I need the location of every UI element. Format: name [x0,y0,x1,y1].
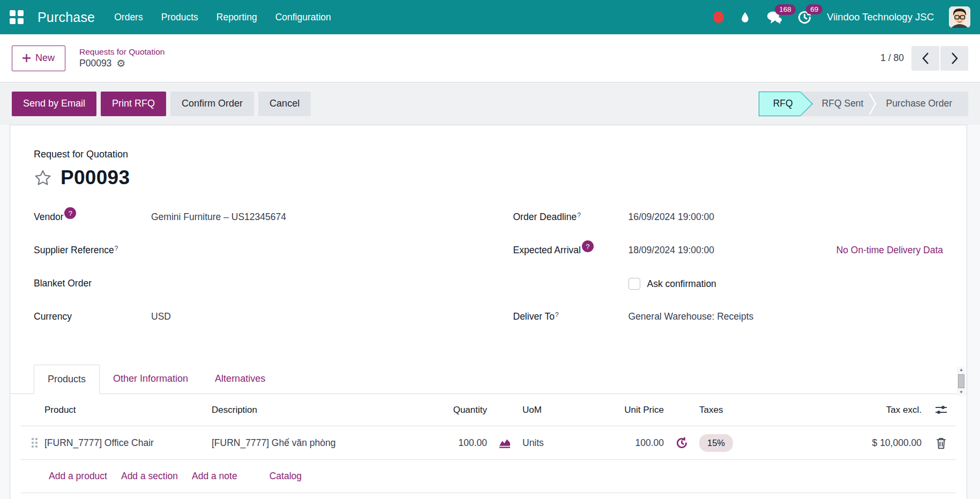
menu-orders[interactable]: Orders [114,12,143,23]
main-menu: Orders Products Reporting Configuration [114,12,331,23]
pager-value: 1 / 80 [880,52,904,64]
col-header-description: Description [207,405,384,415]
vendor-value[interactable]: Gemini Furniture – US12345674 [151,211,286,223]
table-header-row: Product Description Quantity UoM Unit Pr… [21,394,956,426]
form-sheet: Request for Quotation P00093 Vendor ? [10,125,967,499]
pager-previous-button[interactable] [911,46,939,71]
table-footer-row: Add a product Add a section Add a note C… [21,460,956,493]
supplier-reference-label: Supplier Reference? [34,245,151,256]
vertical-scrollbar[interactable]: ▲ ▼ [957,367,966,396]
user-avatar[interactable] [949,6,970,28]
on-time-delivery-link[interactable]: No On-time Delivery Data [836,245,943,256]
ask-confirmation-label: Ask confirmation [647,278,716,290]
price-history-icon[interactable] [676,437,688,449]
blanket-order-label: Blanket Order [34,278,151,289]
tab-alternatives[interactable]: Alternatives [201,365,279,394]
plus-icon [23,54,31,62]
scroll-up-icon[interactable]: ▲ [959,368,963,372]
currency-label: Currency [34,311,151,322]
new-button[interactable]: New [12,46,65,71]
drag-handle[interactable] [32,438,36,448]
breadcrumb-current: P00093 [79,58,111,69]
help-question-mark[interactable]: ? [577,211,581,219]
col-header-taxes: Taxes [695,405,802,415]
currency-value[interactable]: USD [151,311,171,322]
top-navbar: Purchase Orders Products Reporting Confi… [0,0,980,34]
cell-uom[interactable]: Units [518,437,593,449]
purchase-app-window: Purchase Orders Products Reporting Confi… [0,0,980,499]
cell-subtotal: $ 10,000.00 [802,437,926,449]
cell-quantity[interactable]: 100.00 [384,437,491,449]
expected-arrival-label: Expected Arrival ? [513,245,629,256]
control-panel: New Requests for Quotation P00093 ⚙ 1 / … [0,34,980,82]
record-title: P00093 [61,167,130,189]
col-header-subtotal: Tax excl. [802,405,926,415]
status-step-separator [869,92,877,116]
expected-arrival-help-icon[interactable]: ? [582,240,594,252]
breadcrumb-parent-link[interactable]: Requests for Quotation [79,47,164,57]
send-by-email-button[interactable]: Send by Email [12,92,96,116]
help-question-mark[interactable]: ? [555,311,559,319]
chevron-left-icon [922,52,930,65]
vendor-help-icon[interactable]: ? [64,207,76,219]
notebook-tabbar: Products Other Information Alternatives … [10,365,967,394]
chevron-right-icon [951,52,959,65]
tab-other-information[interactable]: Other Information [100,365,201,394]
scrollbar-thumb[interactable] [958,374,964,388]
apps-menu-icon[interactable] [10,10,24,24]
order-deadline-value[interactable]: 16/09/2024 19:00:00 [629,211,715,223]
user-menu[interactable]: Viindoo Technology JSC [827,11,934,23]
delete-row-icon[interactable] [936,437,947,449]
order-lines-table: Product Description Quantity UoM Unit Pr… [10,394,967,493]
messages-icon[interactable]: 168 [766,10,782,24]
status-pipeline: RFQ RFQ Sent Purchase Order [759,92,968,116]
messages-count-badge: 168 [775,4,796,15]
action-bar: Send by Email Print RFQ Confirm Order Ca… [0,82,980,125]
cell-product[interactable]: [FURN_7777] Office Chair [40,437,207,449]
status-step-purchase-order[interactable]: Purchase Order [877,92,968,116]
catalog-link[interactable]: Catalog [270,471,302,482]
scroll-down-icon[interactable]: ▼ [959,390,963,395]
cell-unit-price[interactable]: 100.00 [593,437,668,449]
col-header-quantity: Quantity [384,405,491,415]
optional-columns-icon[interactable] [935,405,947,415]
vendor-label: Vendor ? [34,211,151,223]
droplet-icon[interactable] [739,11,751,24]
status-step-rfq[interactable]: RFQ [759,92,801,116]
tab-products[interactable]: Products [34,365,100,394]
add-note-link[interactable]: Add a note [192,471,237,482]
menu-configuration[interactable]: Configuration [275,12,331,23]
col-header-unit-price: Unit Price [593,405,668,415]
expected-arrival-value[interactable]: 18/09/2024 19:00:00 [629,245,715,256]
ask-confirmation-checkbox[interactable] [629,278,640,290]
form-subtitle: Request for Quotation [34,149,943,160]
col-header-uom: UoM [518,405,593,415]
tax-tag[interactable]: 15% [699,434,733,452]
deliver-to-label: Deliver To? [513,311,629,322]
menu-reporting[interactable]: Reporting [216,12,257,23]
forecast-chart-icon[interactable] [498,437,511,449]
add-product-link[interactable]: Add a product [49,471,107,482]
pager-next-button[interactable] [940,46,968,71]
help-question-mark[interactable]: ? [115,245,118,252]
menu-products[interactable]: Products [161,12,198,23]
cell-description[interactable]: [FURN_7777] Ghế văn phòng [207,437,384,449]
cancel-button[interactable]: Cancel [258,92,311,116]
add-section-link[interactable]: Add a section [121,471,178,482]
activities-count-badge: 69 [806,4,822,15]
gear-icon[interactable]: ⚙ [116,58,125,69]
favorite-star-icon[interactable] [34,169,52,187]
deliver-to-value[interactable]: General Warehouse: Receipts [629,311,754,322]
activities-clock-icon[interactable]: 69 [797,10,812,25]
col-header-product: Product [40,405,207,415]
app-name[interactable]: Purchase [38,10,95,25]
breadcrumb: Requests for Quotation P00093 ⚙ [79,47,164,69]
order-line-row[interactable]: [FURN_7777] Office Chair [FURN_7777] Ghế… [21,426,956,460]
confirm-order-button[interactable]: Confirm Order [170,92,254,116]
order-deadline-label: Order Deadline? [513,211,629,223]
print-rfq-button[interactable]: Print RFQ [101,92,166,116]
recording-indicator-icon[interactable] [713,11,724,23]
